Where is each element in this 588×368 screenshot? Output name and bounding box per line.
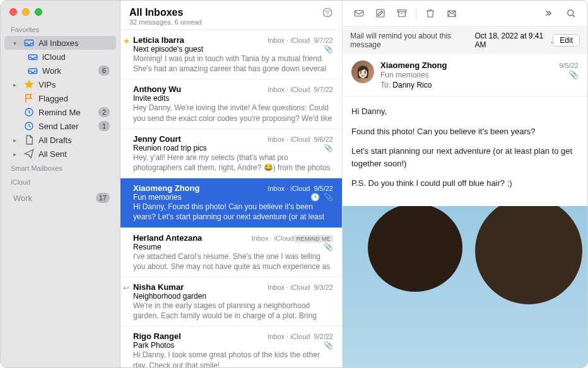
message-mailbox: Inbox · iCloud [268,185,310,192]
paperplane-icon [23,149,35,159]
junk-icon[interactable] [443,6,461,21]
message-mailbox: Inbox · iCloud [268,333,310,340]
message-preview: I've attached Carol's resume. She's the … [133,251,333,272]
chevron-down-icon[interactable]: ▾ [13,40,20,47]
tray-icon [27,66,38,76]
sidebar: Favorites ▾ All Inboxes iCloud Work 6 ▸ … [1,1,121,367]
close-window-icon[interactable] [9,8,17,16]
body-paragraph: Found this photo! Can you believe it's b… [351,125,579,138]
sidebar-item-flagged[interactable]: Flagged [4,91,116,105]
remind-me-pill: REMIND ME [294,235,333,243]
message-mailbox: Inbox · iCloud [252,234,294,242]
recipient-row: To: Danny Rico [380,81,579,89]
flag-icon [23,93,35,103]
mail-body: Hi Danny, Found this photo! Can you beli… [343,96,587,206]
message-subject: Park Photos [133,341,320,350]
attachment-icon[interactable]: 📎 [568,70,579,79]
sender-avatar[interactable]: 👩🏻 [351,60,374,83]
chevron-right-icon[interactable]: ▸ [13,137,20,144]
filter-icon[interactable] [322,7,333,20]
sidebar-item-icloud-inbox[interactable]: iCloud [4,50,116,64]
sidebar-item-vips[interactable]: ▸ VIPs [4,78,116,91]
message-date: 9/2/22 [314,333,333,340]
message-row[interactable]: Jenny CourtInbox · iCloud9/6/22 Reunion … [121,129,342,178]
svg-point-10 [568,10,573,16]
search-icon[interactable] [562,6,580,21]
mail-subject: Fun memories [380,71,563,79]
document-icon [23,135,35,145]
message-subject: Resume [133,243,320,251]
icloud-section-label[interactable]: iCloud [1,175,120,188]
message-row[interactable]: Anthony WuInbox · iCloud9/7/22 Invite ed… [121,79,342,129]
remind-badge: 2 [98,107,110,117]
sidebar-item-label: VIPs [38,80,110,89]
sidebar-item-label: Work [13,193,92,203]
message-preview: We're in the early stages of planning a … [133,301,333,321]
toolbar [343,1,587,26]
trash-icon[interactable] [421,6,439,21]
message-mailbox: Inbox · iCloud [268,37,310,44]
sidebar-item-work-account[interactable]: Work 17 [4,191,116,205]
attached-photo[interactable] [343,206,587,368]
fullscreen-window-icon[interactable] [35,8,42,16]
message-mailbox: Inbox · iCloud [268,86,310,93]
sidebar-item-label: Work [42,66,95,76]
chevron-right-icon[interactable]: ▸ [13,81,20,88]
message-preview: Morning! I was put in touch with Tania b… [133,54,333,74]
compose-icon[interactable] [372,6,389,21]
message-from: Leticia Ibarra [133,35,264,45]
sidebar-item-label: All Sent [38,149,110,159]
sidebar-item-label: Remind Me [38,108,95,117]
sender-name: Xiaomeng Zhong [380,60,559,70]
message-date: 9/5/22 [314,185,333,192]
message-from: Herland Antezana [133,233,248,243]
to-value[interactable]: Danny Rico [392,81,432,89]
message-row[interactable]: ↩ Nisha KumarInbox · iCloud9/3/22 Neighb… [121,277,342,326]
tray-all-icon [23,38,35,48]
svg-rect-6 [355,11,363,16]
clock-send-icon [23,121,35,131]
mail-date: 9/5/22 [559,62,579,69]
body-paragraph: P.S. Do you think I could pull off blue … [351,177,579,190]
message-subject: Neighborhood garden [133,292,333,301]
message-subject: Reunion road trip pics [133,144,320,152]
message-row[interactable]: Herland AntezanaInbox · iCloudREMIND ME … [121,228,342,277]
edit-remind-button[interactable]: Edit [553,34,580,47]
to-label: To: [380,81,391,89]
star-indicator-icon: ★ [123,37,130,45]
sidebar-item-work-inbox[interactable]: Work 6 [4,64,116,78]
sidebar-item-remind-me[interactable]: Remind Me 2 [4,105,116,119]
envelope-icon[interactable] [350,6,368,21]
attachment-icon: 📎 [324,341,333,350]
message-from: Anthony Wu [133,84,264,94]
attachment-icon: 📎 [324,193,333,202]
sidebar-item-all-drafts[interactable]: ▸ All Drafts [4,133,116,147]
body-paragraph: Hi Danny, [351,105,579,118]
window-controls [1,1,120,22]
message-subject: Next episode's guest [133,45,320,54]
svg-point-5 [323,8,332,17]
sidebar-item-all-inboxes[interactable]: ▾ All Inboxes [4,36,116,50]
message-list-header: All Inboxes 32 messages, 6 unread [121,1,342,30]
message-row[interactable]: ★ Leticia IbarraInbox · iCloud9/7/22 Nex… [121,30,342,79]
tray-icon [27,52,38,62]
attachment-icon: 📎 [324,144,333,152]
sidebar-item-all-sent[interactable]: ▸ All Sent [4,147,116,161]
archive-icon[interactable] [393,6,411,21]
message-row-selected[interactable]: Xiaomeng ZhongInbox · iCloud9/5/22 Fun m… [121,178,342,227]
chevron-right-icon[interactable]: ▸ [13,151,20,158]
message-subject: Invite edits [133,94,333,103]
message-date: 9/7/22 [314,37,333,44]
banner-date: Oct 18, 2022 at 9:41 AM [474,32,551,49]
reading-pane: Mail will remind you about this message … [343,1,587,367]
minimize-window-icon[interactable] [22,8,30,16]
unread-badge: 6 [98,66,110,76]
clock-indicator-icon: 🕒 [310,193,320,202]
message-row[interactable]: Rigo RangelInbox · iCloud9/2/22 Park Pho… [121,326,342,367]
sidebar-item-send-later[interactable]: Send Later 1 [4,119,116,133]
mailbox-subtitle: 32 messages, 6 unread [129,18,322,26]
more-icon[interactable] [541,6,558,21]
favorites-section-label: Favorites [1,22,120,36]
replied-indicator-icon: ↩ [123,284,129,292]
message-list-scroll[interactable]: ★ Leticia IbarraInbox · iCloud9/7/22 Nex… [121,30,342,367]
